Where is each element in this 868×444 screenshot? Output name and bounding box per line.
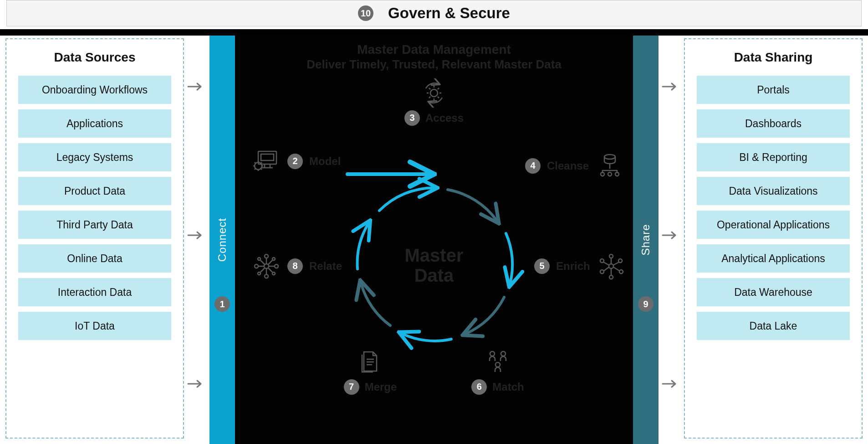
db-network-icon — [595, 151, 624, 181]
sharing-tile: Data Warehouse — [697, 278, 850, 306]
flow-arrow-right-icon — [662, 81, 681, 92]
step-badge-3: 3 — [404, 110, 420, 126]
sharing-tile: Portals — [697, 76, 850, 104]
share-bar: Share 9 — [633, 36, 659, 444]
flow-arrow-right-icon — [187, 230, 206, 241]
svg-point-6 — [608, 172, 612, 176]
arrow-gutter-right — [659, 36, 684, 444]
step-label-access: Access — [425, 112, 464, 124]
source-tile: Onboarding Workflows — [18, 76, 171, 104]
svg-point-8 — [609, 264, 613, 268]
source-tile: Legacy Systems — [18, 143, 171, 171]
mdm-center: Master Data Management Deliver Timely, T… — [235, 36, 633, 444]
svg-point-13 — [600, 270, 604, 274]
data-sharing-title: Data Sharing — [697, 50, 850, 65]
svg-point-25 — [258, 272, 260, 275]
people-group-icon — [483, 347, 512, 377]
connect-label: Connect — [216, 218, 229, 262]
svg-point-3 — [430, 89, 438, 97]
sharing-tile: BI & Reporting — [697, 143, 850, 171]
share-label: Share — [639, 224, 652, 255]
svg-point-11 — [619, 270, 623, 274]
sharing-tile: Analytical Applications — [697, 244, 850, 273]
svg-rect-1 — [261, 154, 274, 160]
gear-cycle-icon — [419, 78, 449, 108]
step-badge-2: 2 — [287, 154, 303, 169]
documents-icon — [356, 347, 385, 377]
step-badge-10: 10 — [358, 5, 373, 21]
hub-line2: Data — [414, 265, 454, 285]
step-label-relate: Relate — [309, 260, 342, 273]
step-badge-1: 1 — [214, 296, 230, 312]
svg-point-22 — [255, 264, 258, 268]
mdm-cycle: Master Data 2 Model — [279, 101, 589, 411]
step-access: 3 Access — [398, 78, 470, 126]
flow-arrow-right-icon — [187, 378, 206, 389]
step-enrich: Enrich 5 — [534, 252, 626, 281]
source-tile: IoT Data — [18, 312, 171, 340]
svg-point-18 — [264, 264, 269, 268]
mdm-title: Master Data Management Deliver Timely, T… — [235, 42, 633, 72]
step-badge-6: 6 — [471, 379, 487, 395]
step-relate: 8 Relate — [252, 252, 342, 281]
radial-nodes-icon — [597, 252, 626, 281]
step-merge: 7 Merge — [334, 347, 407, 395]
svg-point-4 — [604, 155, 615, 159]
flow-arrow-right-icon — [187, 81, 206, 92]
step-label-model: Model — [309, 155, 341, 168]
source-tile: Product Data — [18, 177, 171, 205]
svg-point-15 — [490, 351, 495, 356]
data-sources-panel: Data Sources Onboarding Workflows Applic… — [5, 38, 184, 439]
svg-point-14 — [600, 259, 604, 263]
mdm-title-line2: Deliver Timely, Trusted, Relevant Master… — [235, 57, 633, 72]
svg-point-21 — [265, 274, 268, 278]
flow-arrow-right-icon — [662, 378, 681, 389]
step-badge-5: 5 — [534, 258, 550, 274]
main-diagram: Data Sources Onboarding Workflows Applic… — [0, 36, 868, 444]
hub-line1: Master — [405, 245, 464, 265]
svg-point-23 — [272, 258, 275, 260]
svg-point-9 — [609, 254, 613, 258]
step-label-cleanse: Cleanse — [547, 160, 589, 172]
source-tile: Applications — [18, 109, 171, 138]
data-sharing-panel: Data Sharing Portals Dashboards BI & Rep… — [684, 38, 863, 439]
svg-point-5 — [601, 172, 604, 176]
flow-arrow-right-icon — [662, 230, 681, 241]
divider-strip — [0, 29, 868, 36]
svg-point-19 — [265, 254, 268, 258]
svg-point-20 — [275, 264, 278, 268]
source-tile: Third Party Data — [18, 211, 171, 239]
step-badge-7: 7 — [344, 379, 359, 395]
cycle-hub: Master Data — [405, 245, 464, 285]
step-model: 2 Model — [252, 147, 341, 176]
step-label-match: Match — [492, 381, 524, 393]
svg-point-26 — [258, 258, 260, 260]
govern-secure-label: Govern & Secure — [388, 5, 510, 22]
arrow-gutter-left — [184, 36, 209, 444]
connect-bar: Connect 1 — [209, 36, 235, 444]
step-cleanse: Cleanse 4 — [525, 151, 624, 181]
hub-nodes-icon — [252, 252, 281, 281]
svg-point-10 — [618, 259, 622, 263]
svg-point-12 — [609, 275, 613, 279]
monitor-gear-icon — [252, 147, 281, 176]
sharing-tile: Operational Applications — [697, 211, 850, 239]
svg-point-16 — [501, 351, 505, 356]
sharing-tile: Dashboards — [697, 109, 850, 138]
step-label-enrich: Enrich — [556, 260, 590, 273]
svg-point-17 — [495, 362, 500, 367]
svg-point-24 — [272, 272, 275, 275]
svg-point-7 — [615, 172, 619, 176]
mdm-title-line1: Master Data Management — [357, 42, 511, 57]
step-label-merge: Merge — [365, 381, 397, 393]
govern-secure-bar: 10 Govern & Secure — [6, 0, 862, 26]
step-match: 6 Match — [461, 347, 534, 395]
sharing-tile: Data Visualizations — [697, 177, 850, 205]
data-sources-title: Data Sources — [18, 50, 171, 65]
step-badge-4: 4 — [525, 158, 541, 174]
source-tile: Online Data — [18, 244, 171, 273]
step-badge-9: 9 — [638, 296, 654, 312]
sharing-tile: Data Lake — [697, 312, 850, 340]
source-tile: Interaction Data — [18, 278, 171, 306]
step-badge-8: 8 — [287, 258, 303, 274]
